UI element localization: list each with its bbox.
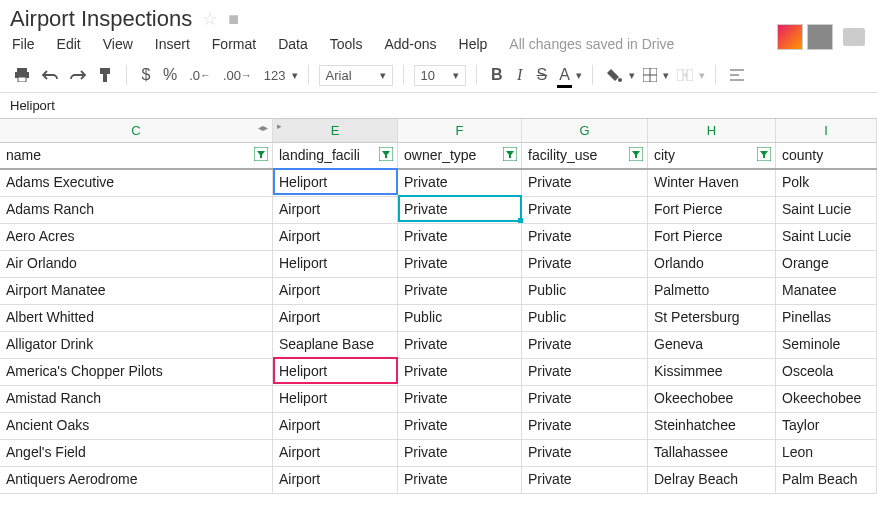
cell[interactable]: St Petersburg: [648, 305, 776, 331]
format-currency[interactable]: $: [137, 64, 155, 86]
cell[interactable]: Antiquers Aerodrome: [0, 467, 273, 493]
menu-edit[interactable]: Edit: [57, 36, 81, 52]
cell[interactable]: Airport: [273, 197, 398, 223]
cell[interactable]: Private: [398, 197, 522, 223]
cell[interactable]: Heliport: [273, 386, 398, 412]
number-format[interactable]: 123: [260, 66, 290, 85]
cell[interactable]: Heliport: [273, 251, 398, 277]
font-select[interactable]: Arial▾: [319, 65, 393, 86]
cell[interactable]: Private: [522, 197, 648, 223]
cell[interactable]: Private: [398, 440, 522, 466]
cell[interactable]: Fort Pierce: [648, 197, 776, 223]
cell[interactable]: Okeechobee: [776, 386, 877, 412]
print-icon[interactable]: [10, 66, 34, 84]
cell[interactable]: Private: [522, 467, 648, 493]
column-header-h[interactable]: H: [648, 119, 776, 142]
cell[interactable]: Amistad Ranch: [0, 386, 273, 412]
chat-icon[interactable]: [843, 28, 865, 46]
filter-icon[interactable]: [379, 147, 393, 161]
cell[interactable]: Private: [398, 359, 522, 385]
cell[interactable]: Albert Whitted: [0, 305, 273, 331]
cell[interactable]: Polk: [776, 170, 877, 196]
header-name[interactable]: name: [0, 143, 273, 168]
cell[interactable]: Air Orlando: [0, 251, 273, 277]
cell[interactable]: Leon: [776, 440, 877, 466]
cell[interactable]: Manatee: [776, 278, 877, 304]
header-county[interactable]: county: [776, 143, 877, 168]
menu-help[interactable]: Help: [459, 36, 488, 52]
cell[interactable]: Private: [522, 386, 648, 412]
cell[interactable]: Fort Pierce: [648, 224, 776, 250]
cell[interactable]: Ancient Oaks: [0, 413, 273, 439]
cell[interactable]: Geneva: [648, 332, 776, 358]
header-landing[interactable]: landing_facili: [273, 143, 398, 168]
cell[interactable]: Private: [398, 278, 522, 304]
chevron-down-icon[interactable]: ▾: [292, 69, 298, 82]
avatar[interactable]: [807, 24, 833, 50]
cell[interactable]: America's Chopper Pilots: [0, 359, 273, 385]
cell[interactable]: Delray Beach: [648, 467, 776, 493]
cell[interactable]: Private: [398, 332, 522, 358]
cell[interactable]: Private: [522, 359, 648, 385]
merge-cells-button[interactable]: [673, 67, 697, 83]
cell[interactable]: Osceola: [776, 359, 877, 385]
cell[interactable]: Private: [398, 170, 522, 196]
borders-button[interactable]: [639, 66, 661, 84]
column-header-f[interactable]: F: [398, 119, 522, 142]
menu-data[interactable]: Data: [278, 36, 308, 52]
cell[interactable]: Private: [522, 224, 648, 250]
paint-format-icon[interactable]: [94, 65, 116, 85]
header-owner[interactable]: owner_type: [398, 143, 522, 168]
column-header-i[interactable]: I: [776, 119, 877, 142]
menu-format[interactable]: Format: [212, 36, 256, 52]
cell[interactable]: Heliport: [273, 359, 398, 385]
cell[interactable]: Adams Executive: [0, 170, 273, 196]
menu-tools[interactable]: Tools: [330, 36, 363, 52]
cell[interactable]: Private: [398, 224, 522, 250]
fill-color-button[interactable]: [603, 65, 627, 85]
cell[interactable]: Pinellas: [776, 305, 877, 331]
chevron-down-icon[interactable]: ▾: [663, 69, 669, 82]
cell[interactable]: Airport: [273, 440, 398, 466]
formula-bar[interactable]: Heliport: [0, 93, 877, 119]
increase-decimal[interactable]: .00→: [219, 66, 256, 85]
cell[interactable]: Palm Beach: [776, 467, 877, 493]
cell[interactable]: Private: [522, 251, 648, 277]
cell[interactable]: Heliport: [273, 170, 398, 196]
cell[interactable]: Steinhatchee: [648, 413, 776, 439]
cell[interactable]: Airport: [273, 305, 398, 331]
cell[interactable]: Airport Manatee: [0, 278, 273, 304]
expand-column-icon[interactable]: ▸: [277, 121, 282, 131]
chevron-down-icon[interactable]: ▾: [699, 69, 705, 82]
format-percent[interactable]: %: [159, 64, 181, 86]
cell[interactable]: Public: [522, 305, 648, 331]
cell[interactable]: Airport: [273, 467, 398, 493]
font-size-select[interactable]: 10▾: [414, 65, 466, 86]
chevron-down-icon[interactable]: ▾: [576, 69, 582, 82]
filter-icon[interactable]: [503, 147, 517, 161]
cell[interactable]: Airport: [273, 413, 398, 439]
folder-icon[interactable]: ■: [228, 9, 239, 30]
cell[interactable]: Public: [522, 278, 648, 304]
cell[interactable]: Private: [522, 440, 648, 466]
hidden-columns-icon[interactable]: ◂▸: [258, 122, 268, 133]
align-button[interactable]: [726, 67, 748, 83]
menu-view[interactable]: View: [103, 36, 133, 52]
cell[interactable]: Public: [398, 305, 522, 331]
cell[interactable]: Kissimmee: [648, 359, 776, 385]
cell[interactable]: Seaplane Base: [273, 332, 398, 358]
menu-file[interactable]: File: [12, 36, 35, 52]
spreadsheet-grid[interactable]: C E F G H I ◂▸ ▸ name landing_facili own…: [0, 119, 877, 494]
cell[interactable]: Saint Lucie: [776, 197, 877, 223]
cell[interactable]: Airport: [273, 224, 398, 250]
cell[interactable]: Private: [522, 413, 648, 439]
cell[interactable]: Private: [522, 332, 648, 358]
cell[interactable]: Private: [522, 170, 648, 196]
decrease-decimal[interactable]: .0←: [185, 66, 215, 85]
menu-addons[interactable]: Add-ons: [384, 36, 436, 52]
strikethrough-button[interactable]: S: [533, 64, 552, 86]
cell[interactable]: Saint Lucie: [776, 224, 877, 250]
cell[interactable]: Adams Ranch: [0, 197, 273, 223]
cell[interactable]: Aero Acres: [0, 224, 273, 250]
header-facility[interactable]: facility_use: [522, 143, 648, 168]
